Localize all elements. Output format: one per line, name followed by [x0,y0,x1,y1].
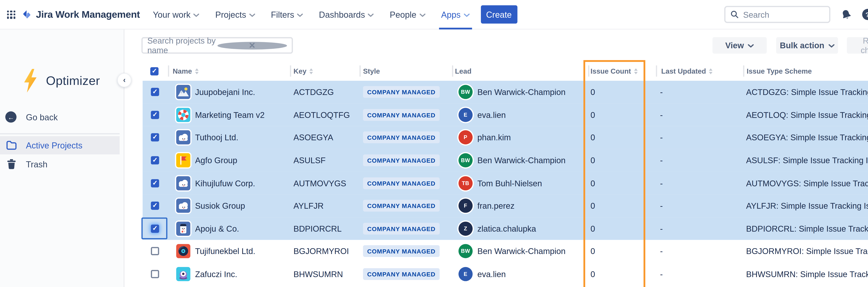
app-switcher-icon[interactable] [7,10,16,19]
table-row[interactable]: Tujifunekbel Ltd. BGJORMYROI COMPANY MAN… [143,240,868,263]
row-checkbox[interactable] [151,111,159,119]
issue-type-scheme: BGJORMYROI: Simple Issue Tracki... [746,240,868,263]
sidebar-item-active-projects[interactable]: Active Projects [0,136,120,154]
project-name[interactable]: Tujifunekbel Ltd. [195,240,255,263]
project-name[interactable]: Marketing Team v2 [195,103,265,126]
row-checkbox[interactable] [151,133,159,142]
issue-count: 0 [590,263,595,285]
nav-item-apps[interactable]: Apps [441,0,469,29]
issue-type-scheme: ASULSF: Simple Issue Tracking Iss... [746,149,868,172]
row-checkbox[interactable] [151,224,159,233]
sidebar-divider [0,133,120,134]
view-dropdown-button[interactable]: View [712,37,767,54]
bulk-action-dropdown-button[interactable]: Bulk action [776,37,838,54]
column-header-lead: Lead [455,67,471,75]
column-divider [656,65,657,76]
chevron-down-icon [464,13,469,17]
row-checkbox[interactable] [151,88,159,96]
clear-search-icon[interactable]: ✕ [217,41,287,49]
issue-count: 0 [590,172,595,194]
issue-type-scheme: ASOEGYA: Simple Issue Tracking I... [746,126,868,149]
last-updated: - [660,149,663,172]
column-header-name[interactable]: Name [173,67,198,75]
nav-item-projects[interactable]: Projects [215,0,255,29]
project-key: AYLFJR [293,194,323,217]
last-updated: - [660,172,663,194]
project-name[interactable]: Tuthooj Ltd. [195,126,238,149]
column-header-key[interactable]: Key [293,67,313,75]
style-badge: COMPANY MANAGED [363,246,439,257]
issue-count: 0 [590,194,595,217]
project-key: BHWSUMRN [293,263,343,285]
help-icon[interactable]: ? [860,7,868,22]
lead-name: zlatica.chalupka [477,217,536,240]
row-checkbox[interactable] [151,179,159,187]
row-checkbox[interactable] [151,270,159,278]
nav-item-filters[interactable]: Filters [271,0,303,29]
project-table-body: Juupobejani Inc. ACTDGZG COMPANY MANAGED… [143,81,868,285]
lead-avatar: BW [459,244,472,258]
table-row[interactable]: Apoju & Co. BDPIORCRL COMPANY MANAGED Z … [143,217,868,240]
table-row[interactable]: Kihujlufuw Corp. AUTMOVYGS COMPANY MANAG… [143,172,868,194]
project-key: BGJORMYROI [293,240,349,263]
back-arrow-icon: ← [5,111,17,123]
chevron-down-icon [829,44,834,47]
nav-item-dashboards[interactable]: Dashboards [319,0,374,29]
table-row[interactable]: Susiok Group AYLFJR COMPANY MANAGED F fr… [143,194,868,217]
project-search-input[interactable]: Search projects by name ✕ [142,37,293,54]
nav-item-people[interactable]: People [390,0,425,29]
lead-avatar: E [459,108,472,122]
table-row[interactable]: Juupobejani Inc. ACTDGZG COMPANY MANAGED… [143,81,868,103]
row-checkbox[interactable] [151,247,159,256]
nav-item-your-work[interactable]: Your work [153,0,199,29]
issue-type-scheme: AUTMOVYGS: Simple Issue Tracki... [746,172,868,194]
project-avatar [176,176,190,190]
sidebar-collapse-icon[interactable]: ‹ [117,73,131,87]
sidebar-item-trash[interactable]: Trash [0,156,48,172]
notifications-bell-icon[interactable] [839,7,854,22]
project-avatar [176,85,190,99]
jira-logo-icon [21,9,32,20]
style-badge: COMPANY MANAGED [363,223,439,234]
column-header-issue-count[interactable]: Issue Count [590,67,637,75]
row-checkbox[interactable] [151,156,159,165]
last-updated: - [660,194,663,217]
project-name[interactable]: Susiok Group [195,194,245,217]
select-all-checkbox[interactable] [150,67,159,75]
issue-count: 0 [590,240,595,263]
global-search-input[interactable]: Search [724,6,830,23]
project-key: ASULSF [293,149,326,172]
style-badge: COMPANY MANAGED [363,86,439,98]
lead-avatar: BW [459,153,472,167]
table-row[interactable]: Tuthooj Ltd. ASOEGYA COMPANY MANAGED P p… [143,126,868,149]
optimizer-logo: Optimizer [22,68,100,93]
project-name[interactable]: Agfo Group [195,149,237,172]
table-row[interactable]: Agfo Group ASULSF COMPANY MANAGED BW Ben… [143,149,868,172]
project-name[interactable]: Juupobejani Inc. [195,81,255,103]
project-name[interactable]: Zafuczi Inc. [195,263,237,285]
lead-name: eva.lien [477,263,506,285]
style-badge: COMPANY MANAGED [363,109,439,121]
chevron-down-icon [193,13,199,17]
table-row[interactable]: Marketing Team v2 AEOTLOQTFG COMPANY MAN… [143,103,868,126]
project-name[interactable]: Apoju & Co. [195,217,239,240]
table-row[interactable]: Zafuczi Inc. BHWSUMRN COMPANY MANAGED E … [143,263,868,285]
jira-brand[interactable]: Jira Work Management [21,9,140,20]
project-name[interactable]: Kihujlufuw Corp. [195,172,255,194]
lead-name: Tom Buhl-Nielsen [477,172,542,194]
chevron-down-icon [419,13,425,17]
lead-name: Ben Warwick-Champion [477,240,566,263]
lead-avatar: P [459,131,472,145]
create-button[interactable]: Create [481,5,517,24]
sidebar-item-go-back[interactable]: ← Go back [5,111,58,123]
project-key: ASOEGYA [293,126,333,149]
row-checkbox[interactable] [151,202,159,210]
column-divider [360,65,361,76]
chevron-down-icon [249,13,255,17]
project-avatar [176,244,190,258]
review-changes-button[interactable]: Review changes [847,37,868,54]
issue-type-scheme: AEOTLOQ: Simple Issue Tracking I... [746,103,868,126]
main-content: Search projects by name ✕ View Bulk acti… [125,30,868,287]
chevron-down-icon [748,44,754,47]
column-header-last-updated[interactable]: Last Updated [661,67,712,75]
